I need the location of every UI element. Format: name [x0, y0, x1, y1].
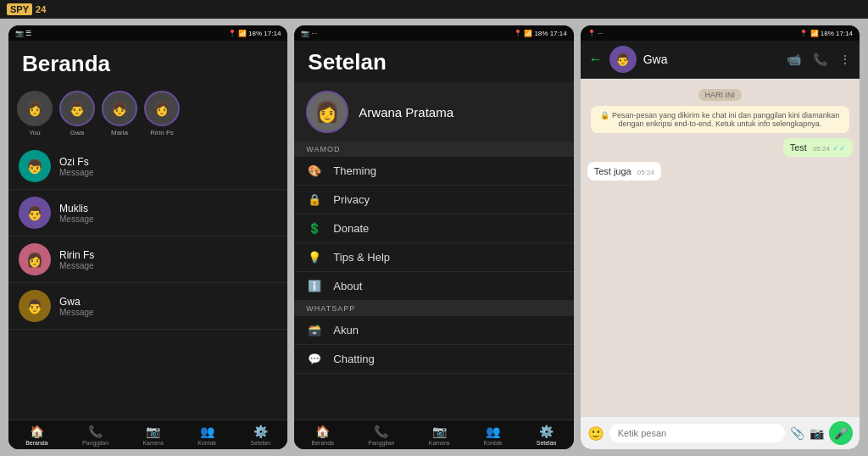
phone2-header: Setelan	[294, 41, 573, 82]
msg-received-testjuga: Test juga 05:24	[587, 162, 661, 181]
chat-name-muklis: Muklis	[59, 203, 277, 214]
emoji-icon[interactable]: 🙂	[587, 425, 604, 442]
msg-received-time: 05:24	[637, 169, 654, 176]
chat-item-gwa[interactable]: 👨 Gwa Message	[8, 283, 287, 330]
story-maria[interactable]: 👧 Maria	[102, 91, 137, 136]
story-row: 👩 You 👨 Gwa 👧 Maria 👩 Ririn Fs	[8, 84, 287, 143]
chat-input-field[interactable]	[609, 424, 785, 442]
phone2-icon: 📞	[374, 425, 388, 438]
phone2-status-right: 📍 📶 18% 17:14	[514, 30, 567, 37]
settings-donate[interactable]: 💲 Donate	[294, 214, 573, 243]
tips-icon: 💡	[306, 251, 323, 264]
akun-icon: 🗃️	[306, 324, 323, 336]
nav-kontak[interactable]: 👥 Kontak	[198, 425, 216, 446]
nav2-panggilan-label: Panggilan	[368, 440, 394, 446]
nav-beranda-label: Beranda	[25, 440, 47, 446]
story-you[interactable]: 👩 You	[17, 91, 53, 136]
akun-label: Akun	[333, 324, 359, 336]
nav2-setelan[interactable]: ⚙️ Setelan	[537, 425, 557, 446]
chat-info-muklis: Muklis Message	[59, 203, 277, 224]
chat-name-gwa: Gwa	[59, 296, 277, 308]
settings-tips[interactable]: 💡 Tips & Help	[294, 243, 573, 272]
settings-akun[interactable]: 🗃️ Akun	[294, 316, 573, 345]
phone-call-icon[interactable]: 📞	[813, 53, 827, 66]
nav2-panggilan[interactable]: 📞 Panggilan	[368, 425, 394, 446]
phones-container: 📷 ☰ 📍 📶 18% 17:14 Beranda 👩 You 👨 Gwa 👧 …	[0, 19, 868, 456]
spy24-spy-label: SPY	[7, 3, 32, 15]
story-ririn-label: Ririn Fs	[150, 129, 174, 136]
attach-icon[interactable]: 📎	[790, 426, 804, 440]
nav2-kontak[interactable]: 👥 Kontak	[484, 425, 503, 446]
camera-icon: 📷	[146, 425, 160, 438]
back-button[interactable]: ←	[589, 52, 603, 67]
settings2-icon: ⚙️	[539, 425, 554, 438]
spy24-logo: SPY 24	[7, 3, 46, 15]
system-message[interactable]: 🔒 Pesan-pesan yang dikirim ke chat ini d…	[591, 106, 849, 133]
mic-button[interactable]: 🎤	[829, 421, 853, 445]
nav-setelan1-label: Setelan	[250, 440, 270, 446]
phone1-header: Beranda	[8, 41, 287, 84]
settings-privacy[interactable]: 🔒 Privacy	[294, 186, 573, 214]
story-maria-label: Maria	[111, 129, 128, 136]
phone1-status-icons: 📷 ☰	[15, 30, 31, 37]
phone2-title: Setelan	[308, 49, 559, 75]
story-gwa-avatar: 👨	[59, 91, 95, 126]
chat-item-ririn[interactable]: 👩 Ririn Fs Message	[8, 236, 287, 283]
video-call-icon[interactable]: 📹	[787, 53, 801, 66]
phone-icon: 📞	[88, 425, 103, 438]
spy24-bar: SPY 24	[0, 0, 868, 19]
msg-sent-text: Test	[790, 142, 807, 153]
nav-panggilan[interactable]: 📞 Panggilan	[82, 425, 108, 446]
story-you-label: You	[29, 129, 41, 136]
settings-theming[interactable]: 🎨 Theming	[294, 157, 573, 186]
nav-kontak-label: Kontak	[198, 440, 216, 446]
nav2-beranda-label: Beranda	[311, 440, 333, 446]
chat-header-actions: 📹 📞 ⋮	[787, 53, 851, 66]
nav-setelan1[interactable]: ⚙️ Setelan	[250, 425, 270, 446]
msg-sent-test: Test 05:24 ✓✓	[783, 138, 853, 157]
nav-kamera[interactable]: 📷 Kamera	[142, 425, 164, 446]
nav2-beranda[interactable]: 🏠 Beranda	[311, 425, 333, 446]
camera-chat-icon[interactable]: 📷	[810, 426, 824, 440]
phone2-bottom-nav: 🏠 Beranda 📞 Panggilan 📷 Kamera 👥 Kontak …	[294, 420, 573, 449]
story-gwa[interactable]: 👨 Gwa	[59, 91, 95, 136]
phone3-status-info: 📍 📶 18% 17:14	[799, 30, 853, 37]
nav2-kontak-label: Kontak	[484, 440, 503, 446]
more-options-icon[interactable]: ⋮	[839, 53, 851, 66]
phone2: 📷 ··· 📍 📶 18% 17:14 Setelan 👩 Arwana Pra…	[294, 25, 573, 449]
nav2-kamera[interactable]: 📷 Kamera	[429, 425, 450, 446]
nav-beranda[interactable]: 🏠 Beranda	[25, 425, 47, 446]
phone3-status-right: 📍 📶 18% 17:14	[799, 30, 853, 37]
chatting-icon: 💬	[306, 353, 323, 365]
phone3-status-icons: 📍 ···	[587, 30, 604, 37]
contacts2-icon: 👥	[486, 425, 500, 438]
chat-name-ririn: Ririn Fs	[59, 249, 277, 261]
nav2-kamera-label: Kamera	[429, 440, 450, 446]
contacts-icon: 👥	[200, 425, 214, 438]
settings-about[interactable]: ℹ️ About	[294, 272, 573, 301]
wamod-header: WAMOD	[294, 142, 573, 157]
camera2-icon: 📷	[432, 425, 447, 438]
chat-msg-gwa: Message	[59, 308, 277, 317]
chat-item-muklis[interactable]: 👨 Muklis Message	[8, 190, 287, 236]
home-icon: 🏠	[30, 425, 44, 438]
chat-input-bar: 🙂 📎 📷 🎤	[581, 416, 860, 449]
settings-chatting[interactable]: 💬 Chatting	[294, 345, 573, 374]
theming-label: Theming	[333, 164, 376, 177]
story-ririn[interactable]: 👩 Ririn Fs	[144, 91, 180, 136]
phone1-status-info: 📍 📶 18% 17:14	[228, 30, 281, 37]
phone2-statusbar: 📷 ··· 📍 📶 18% 17:14	[294, 25, 573, 41]
msg-received-text: Test juga	[594, 166, 632, 176]
phone3-status-left: 📍 ···	[587, 30, 604, 37]
profile-section[interactable]: 👩 Arwana Pratama	[294, 82, 573, 142]
chat-date-badge: HARI INI	[587, 86, 853, 101]
phone1-title: Beranda	[22, 51, 274, 77]
nav2-setelan-label: Setelan	[537, 440, 557, 446]
nav-kamera-label: Kamera	[142, 440, 164, 446]
chat-item-ozi[interactable]: 👦 Ozi Fs Message	[8, 143, 287, 190]
settings-icon: ⚙️	[253, 425, 268, 438]
spy24-num-label: 24	[36, 4, 46, 14]
phone2-status-info: 📍 📶 18% 17:14	[514, 30, 567, 37]
profile-name: Arwana Pratama	[359, 105, 453, 120]
phone1-status-right: 📍 📶 18% 17:14	[228, 30, 281, 37]
